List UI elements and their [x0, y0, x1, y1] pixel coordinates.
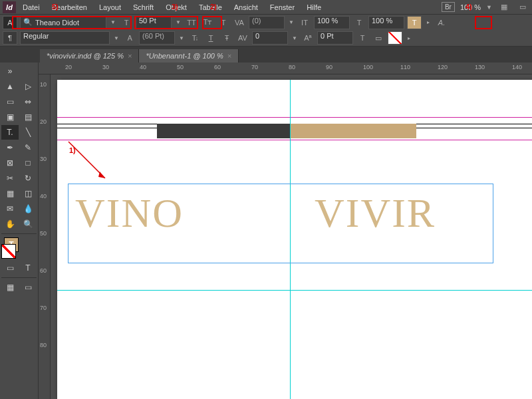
- text-vino[interactable]: VINO: [75, 190, 184, 237]
- fill-color-icon[interactable]: T: [407, 16, 422, 29]
- canvas-area[interactable]: 10 20 30 40 50 60 70 80 VINO VIVIR 1): [39, 74, 532, 399]
- menu-fenster[interactable]: Fenster: [265, 2, 300, 13]
- note-tool[interactable]: ✉: [1, 201, 19, 216]
- eyedropper-tool[interactable]: 💧: [19, 201, 37, 216]
- gradient-swatch-tool[interactable]: ▦: [1, 186, 19, 201]
- annotation-5-label: 5): [52, 3, 59, 11]
- screen-mode-icon[interactable]: ▦: [497, 1, 511, 14]
- control-panel: A 🔍 Theano Didot ▼ T 50 Pt ▼ TT Tᴛ T VA …: [0, 15, 532, 47]
- apply-container-icon[interactable]: ▭: [1, 261, 19, 275]
- fill-dropdown-icon[interactable]: ▸: [424, 19, 432, 25]
- content-collector-tool[interactable]: ▣: [1, 110, 19, 124]
- baseline-icon: Aª: [301, 31, 315, 45]
- hscale-field[interactable]: 100 %: [368, 16, 404, 29]
- selection-tool[interactable]: ▲: [1, 79, 19, 94]
- hand-tool[interactable]: ✋: [1, 217, 19, 231]
- kerning-field[interactable]: (0): [249, 16, 285, 29]
- smallcaps-icon[interactable]: Tᴛ: [201, 16, 214, 29]
- search-icon: 🔍: [23, 18, 33, 27]
- type-tool[interactable]: T.: [1, 125, 19, 140]
- guide-magenta-2[interactable]: [57, 140, 532, 140]
- gap-tool[interactable]: ⇔: [19, 94, 37, 109]
- close-icon[interactable]: ×: [128, 52, 132, 60]
- zoom-dropdown-icon[interactable]: ▼: [486, 4, 492, 11]
- gradient-feather-tool[interactable]: ◫: [19, 186, 37, 201]
- tracking-field[interactable]: 0: [252, 31, 288, 45]
- tracking-icon: AV: [236, 31, 249, 45]
- stroke-dropdown-icon[interactable]: ▸: [405, 35, 413, 41]
- fill-stroke-swatch[interactable]: T: [1, 236, 19, 260]
- pen-tool[interactable]: ✒: [1, 140, 19, 155]
- content-placer-tool[interactable]: ▤: [19, 110, 37, 124]
- apply-text-icon[interactable]: T: [19, 261, 37, 275]
- font-style-field[interactable]: Regular: [20, 31, 110, 45]
- language-icon[interactable]: ▭: [372, 31, 385, 45]
- style-dropdown-icon[interactable]: ▼: [112, 35, 120, 41]
- font-family-field[interactable]: 🔍 Theano Didot: [20, 16, 106, 29]
- guide-cyan-horizontal[interactable]: [57, 290, 532, 291]
- text-frame[interactable]: VINO VIVIR: [68, 184, 493, 263]
- annotation-4-label: 4): [466, 3, 472, 11]
- tan-bar[interactable]: [290, 124, 416, 138]
- rectangle-tool[interactable]: □: [19, 156, 37, 170]
- font-family-value: Theano Didot: [35, 19, 79, 27]
- baseline-field[interactable]: 0 Pt: [317, 31, 353, 45]
- menubar: Id Datei Bearbeiten Layout Schrift Objek…: [0, 0, 532, 15]
- skew-icon: T: [356, 31, 369, 45]
- menu-schrift[interactable]: Schrift: [128, 2, 159, 13]
- arrange-icon[interactable]: ▭: [516, 1, 529, 14]
- menu-hilfe[interactable]: Hilfe: [301, 2, 327, 13]
- pencil-tool[interactable]: ✎: [19, 140, 37, 155]
- scissors-tool[interactable]: ✂: [1, 171, 19, 186]
- toolbox: » ▲ ▷ ▭ ⇔ ▣ ▤ T. ╲ ✒ ✎ ⊠ □ ✂ ↻ ▦ ◫ ✉ 💧 ✋…: [0, 63, 39, 399]
- stroke-color-icon[interactable]: [388, 31, 402, 45]
- kerning-icon: VA: [233, 16, 246, 29]
- page-tool[interactable]: ▭: [1, 94, 19, 109]
- page[interactable]: VINO VIVIR: [57, 80, 532, 399]
- charstyle-a-icon[interactable]: A.: [435, 16, 448, 29]
- ruler-horizontal[interactable]: 20 30 40 50 60 70 80 90 100 110 120 130 …: [39, 63, 532, 74]
- superscript-icon[interactable]: T: [217, 16, 230, 29]
- menu-layout[interactable]: Layout: [94, 2, 126, 13]
- bridge-icon[interactable]: Br: [442, 2, 455, 12]
- vscale-field[interactable]: 100 %: [314, 16, 350, 29]
- tracking-dropdown-icon[interactable]: ▼: [291, 35, 299, 41]
- close-icon[interactable]: ×: [227, 52, 231, 60]
- zoom-tool[interactable]: 🔍: [19, 217, 37, 231]
- character-mode-icon[interactable]: A: [3, 16, 17, 29]
- menu-datei[interactable]: Datei: [17, 2, 45, 13]
- annotation-2-label: 2): [210, 3, 217, 11]
- dark-bar[interactable]: [157, 124, 290, 138]
- tab-unbenannt[interactable]: *Unbenannt-1 @ 100 %×: [139, 49, 239, 63]
- direct-selection-tool[interactable]: ▷: [19, 79, 37, 94]
- leading-dropdown-icon[interactable]: ▼: [178, 35, 186, 41]
- app-logo: Id: [3, 1, 16, 13]
- size-dropdown-icon[interactable]: ▼: [174, 19, 182, 25]
- text-vivir[interactable]: VIVIR: [315, 190, 436, 237]
- annotation-1-label: 1): [69, 146, 76, 154]
- vscale-icon: IT: [298, 16, 311, 29]
- kerning-dropdown-icon[interactable]: ▼: [287, 19, 295, 25]
- annotation-3-label: 3): [172, 3, 178, 11]
- font-size-field[interactable]: 50 Pt: [136, 16, 172, 29]
- preview-view-icon[interactable]: ▭: [19, 280, 37, 295]
- leading-field[interactable]: (60 Pt): [139, 31, 175, 45]
- subscript-icon[interactable]: Tᵢ: [188, 31, 201, 45]
- hscale-icon: T: [352, 16, 366, 29]
- arrow-dropdown-icon[interactable]: »: [1, 64, 19, 78]
- normal-view-icon[interactable]: ▦: [1, 280, 19, 295]
- line-tool[interactable]: ╲: [19, 125, 37, 140]
- font-size-icon: T: [120, 16, 133, 29]
- ruler-vertical[interactable]: 10 20 30 40 50 60 70 80: [39, 74, 51, 399]
- guide-margin-top[interactable]: [57, 117, 532, 118]
- menu-ansicht[interactable]: Ansicht: [229, 2, 263, 13]
- free-transform-tool[interactable]: ↻: [19, 171, 37, 186]
- strikethrough-icon[interactable]: Ŧ: [220, 31, 233, 45]
- underline-icon[interactable]: T: [204, 31, 217, 45]
- font-dropdown-icon[interactable]: ▼: [109, 19, 117, 25]
- paragraph-mode-icon[interactable]: ¶: [3, 31, 17, 45]
- leading-icon: Ꭺ: [123, 31, 136, 45]
- tab-vinovivir[interactable]: *vinovivir.indd @ 125 %×: [40, 49, 139, 63]
- allcaps-icon[interactable]: TT: [185, 16, 198, 29]
- rectangle-frame-tool[interactable]: ⊠: [1, 156, 19, 170]
